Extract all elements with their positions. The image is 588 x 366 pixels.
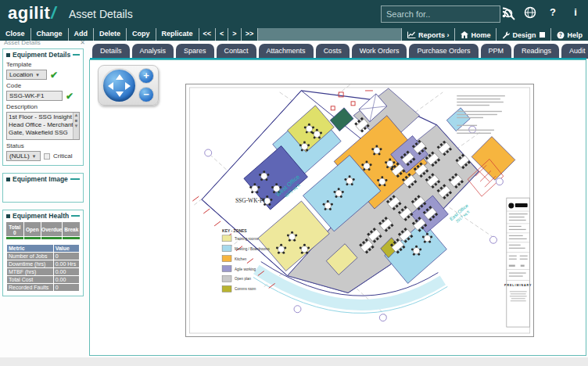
first-record-button[interactable]: << xyxy=(199,28,217,41)
toolbar-help-button[interactable]: ? Help xyxy=(550,28,588,41)
window-tab[interactable]: Asset Details ✕ xyxy=(4,39,85,46)
pan-right-icon[interactable] xyxy=(125,82,131,90)
health-open-label: Open xyxy=(24,227,41,232)
template-value: Location xyxy=(9,71,33,78)
value-cell: 0 xyxy=(54,284,79,291)
reports-button[interactable]: Reports › xyxy=(401,28,455,41)
header-icon-group: ? i xyxy=(501,6,582,19)
page-footer-strip xyxy=(0,357,588,366)
health-boxes: Total0 Open Overdue Break xyxy=(6,222,80,239)
health-box-overdue[interactable]: Overdue xyxy=(41,222,62,239)
pan-up-icon[interactable] xyxy=(116,74,124,80)
code-valid-icon: ✔ xyxy=(66,92,74,100)
status-label: Status xyxy=(6,142,80,149)
tab-readings[interactable]: Readings xyxy=(514,44,559,59)
logo-slash: / xyxy=(50,3,56,23)
equipment-image-title: Equipment Image xyxy=(6,175,80,183)
metrics-table: Metric Value Number of Jobs 0 Downtime (… xyxy=(6,244,80,292)
help-icon[interactable]: ? xyxy=(547,6,559,19)
title-block: PRELIMINARY xyxy=(504,198,532,327)
metric-cell: MTBF (hrs) xyxy=(7,268,53,275)
asset-code-label: SSG-WK-F1 xyxy=(235,197,266,204)
tab-spares[interactable]: Spares xyxy=(176,44,214,59)
copy-button[interactable]: Copy xyxy=(127,28,156,41)
equipment-image-panel: Equipment Image xyxy=(2,173,84,203)
tab-work-orders[interactable]: Work Orders xyxy=(352,44,407,59)
window-tab-close-icon[interactable]: ✕ xyxy=(80,39,85,46)
metric-cell: Total Cost xyxy=(7,276,53,283)
search-box xyxy=(381,5,500,23)
design-button[interactable]: Design xyxy=(496,28,550,41)
svg-text:Kitchen: Kitchen xyxy=(235,257,247,261)
globe-icon[interactable] xyxy=(524,6,536,19)
metric-cell: Number of Jobs xyxy=(7,253,53,260)
search-input[interactable] xyxy=(382,9,502,19)
table-row: Number of Jobs 0 xyxy=(7,253,79,260)
equipment-details-panel: Equipment Details Template Location ▾ ✔ … xyxy=(2,48,84,166)
detail-tabs: Details Analysis Spares Contact Attachme… xyxy=(92,44,586,59)
description-label: Description xyxy=(6,103,80,110)
action-toolbar: Close Change Add Delete Copy Replicate <… xyxy=(0,28,588,41)
svg-text:Agile working: Agile working xyxy=(235,267,256,271)
chevron-down-icon: ▾ xyxy=(33,153,36,160)
chart-icon xyxy=(407,31,416,38)
tab-audit[interactable]: Audit xyxy=(561,44,588,59)
delete-button[interactable]: Delete xyxy=(94,28,127,41)
description-textarea[interactable]: 1st Floor - SSG Insight Head Office - Me… xyxy=(6,112,80,140)
floor-plan-sheet[interactable]: West Office 4975 sq ft East Office 2917 … xyxy=(185,84,534,337)
replicate-button[interactable]: Replicate xyxy=(156,28,199,41)
table-row: Total Cost 0.00 xyxy=(7,276,79,283)
app-header: agilit/ Asset Details ? i xyxy=(0,0,588,28)
window-tab-label: Asset Details xyxy=(4,39,41,46)
design-checkbox[interactable] xyxy=(540,32,545,38)
last-record-button[interactable]: >> xyxy=(242,28,259,41)
description-value: 1st Floor - SSG Insight Head Office - Me… xyxy=(9,113,74,136)
value-header: Value xyxy=(54,245,79,252)
value-cell: 0 xyxy=(54,253,79,260)
tab-costs[interactable]: Costs xyxy=(316,44,350,59)
health-box-open[interactable]: Open xyxy=(24,222,41,239)
zoom-in-button[interactable]: + xyxy=(138,68,154,84)
design-label: Design xyxy=(512,31,536,39)
description-scrollbar[interactable]: ▲■▼ xyxy=(73,113,79,139)
pan-dpad[interactable] xyxy=(102,68,137,103)
svg-text:KEY - ZONES: KEY - ZONES xyxy=(222,229,247,233)
health-box-total[interactable]: Total0 xyxy=(6,222,23,239)
home-button[interactable]: Home xyxy=(454,28,496,41)
table-row: Downtime (hrs) 0.00 Hrs xyxy=(7,260,79,267)
map-navigation-control: + − xyxy=(98,65,159,106)
page-title: Asset Details xyxy=(69,8,133,20)
info-icon[interactable]: i xyxy=(569,6,582,19)
template-select[interactable]: Location ▾ xyxy=(6,70,47,80)
table-row: MTBF (hrs) 0.00 xyxy=(7,268,79,275)
tab-contact[interactable]: Contact xyxy=(217,44,256,59)
chevron-down-icon: ▾ xyxy=(36,72,39,78)
critical-checkbox[interactable] xyxy=(44,153,50,160)
health-open-bar xyxy=(24,237,41,239)
health-break-bar xyxy=(63,237,80,239)
wrench-icon xyxy=(502,31,510,39)
app-logo[interactable]: agilit/ xyxy=(8,3,56,23)
pan-down-icon[interactable] xyxy=(116,92,124,97)
previous-record-button[interactable]: < xyxy=(216,28,228,41)
tab-purchase-orders[interactable]: Purchase Orders xyxy=(409,44,478,59)
logo-text: agilit xyxy=(8,3,50,23)
tab-analysis[interactable]: Analysis xyxy=(132,44,174,59)
health-overdue-bar xyxy=(41,237,62,239)
tab-ppm[interactable]: PPM xyxy=(481,44,512,59)
pan-left-icon[interactable] xyxy=(108,82,113,90)
tab-attachments[interactable]: Attachments xyxy=(259,44,314,59)
toolbar-help-label: Help xyxy=(567,31,583,39)
value-cell: 0.00 xyxy=(54,268,79,275)
svg-text:?: ? xyxy=(559,32,562,38)
metric-header: Metric xyxy=(7,245,53,252)
code-label: Code xyxy=(6,82,80,89)
next-record-button[interactable]: > xyxy=(228,28,241,41)
preliminary-stamp: PRELIMINARY xyxy=(504,284,532,287)
tab-details[interactable]: Details xyxy=(92,44,130,59)
health-box-break[interactable]: Break xyxy=(63,222,80,239)
code-input[interactable] xyxy=(6,91,63,101)
status-select[interactable]: (NULL) ▾ xyxy=(6,151,41,161)
rss-icon[interactable] xyxy=(501,6,514,19)
zoom-out-button[interactable]: − xyxy=(138,87,154,102)
